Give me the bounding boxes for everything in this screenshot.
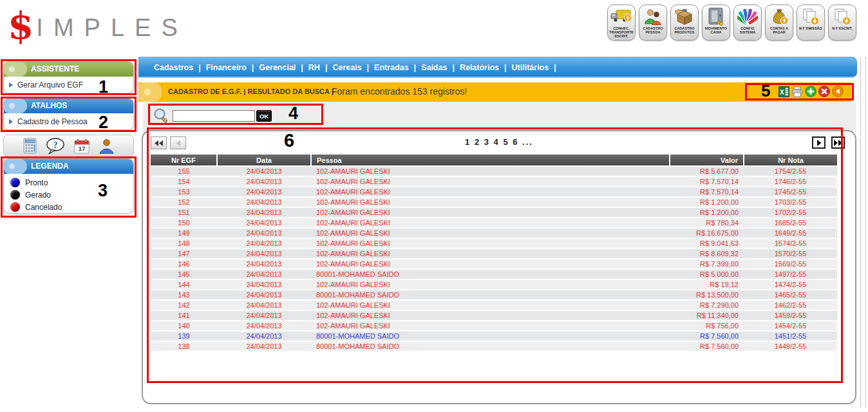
calendar-day-text: 17 (78, 145, 85, 152)
toolbar-button-cadastro-pessoa[interactable]: CADASTRO PESSOA (639, 5, 667, 41)
quick-access-toolbar: CONHEC. TRANSPORTE ESCRIT. CADASTRO PESS… (607, 5, 856, 41)
print-icon[interactable] (791, 86, 803, 97)
table-row[interactable]: 15524/04/2013102-AMAURI GALESKIR$ 5.677,… (151, 166, 837, 176)
nav-item-gerencial[interactable]: Gerencial (259, 63, 296, 72)
app-window: $ IMPLES CONHEC. TRANSPORTE ESCRIT. CADA… (0, 0, 868, 412)
cell-data: 24/04/2013 (217, 197, 311, 207)
cell-data: 24/04/2013 (217, 300, 311, 310)
nav-item-saídas[interactable]: Saídas (421, 63, 447, 72)
pagination-pages[interactable]: 1 2 3 4 5 6 ... (143, 137, 855, 147)
table-row[interactable]: 14924/04/2013102-AMAURI GALESKIR$ 16.675… (151, 228, 837, 238)
cell-nota: 1649/2-55 (744, 228, 837, 238)
cell-nota: 1449/2-55 (744, 341, 837, 351)
nav-item-cereais[interactable]: Cereais (332, 63, 361, 72)
column-header-data[interactable]: Data (217, 154, 311, 166)
search-strip: OK (143, 102, 856, 133)
table-row[interactable]: 14324/04/201380001-MOHAMED SAIDOR$ 13.50… (151, 290, 837, 300)
table-row[interactable]: 14824/04/2013102-AMAURI GALESKIR$ 9.041,… (151, 238, 837, 248)
table-row[interactable]: 15424/04/2013102-AMAURI GALESKIR$ 7.570,… (151, 176, 837, 187)
nav-item-relatórios[interactable]: Relatórios (460, 63, 499, 72)
cell-data: 24/04/2013 (217, 290, 311, 300)
calendar-icon[interactable]: 17 (74, 138, 90, 154)
pagination-last-button[interactable] (831, 136, 845, 149)
toolbar-button-cadastro-produtos[interactable]: CADASTRO PRODUTOS (670, 5, 699, 41)
cell-data: 24/04/2013 (217, 259, 311, 269)
delete-record-icon[interactable] (818, 86, 830, 97)
status-bar-actions: X (778, 86, 844, 97)
pagination-next-button[interactable] (812, 136, 826, 149)
table-row[interactable]: 14224/04/2013102-AMAURI GALESKIR$ 7.290,… (151, 300, 837, 310)
table-row[interactable]: 14724/04/2013102-AMAURI GALESKIR$ 8.609,… (151, 248, 837, 259)
excel-export-icon[interactable]: X (778, 86, 789, 97)
panel-tab (4, 98, 27, 113)
legend-item-cancelado: Cancelado (4, 201, 133, 213)
column-header-pessoa[interactable]: Pessoa (311, 154, 670, 166)
toolbar-button-config-sistema[interactable]: CONFIG SISTEMA (733, 5, 762, 41)
table-row[interactable]: 14624/04/2013102-AMAURI GALESKIR$ 7.399,… (151, 259, 837, 269)
toolbar-button-label: CONTAS A PAGAR (766, 26, 793, 34)
cell-valor: R$ 780,34 (670, 218, 744, 228)
search-ok-button[interactable]: OK (256, 110, 272, 122)
nav-item-rh[interactable]: RH (308, 63, 320, 72)
toolbar-button-nf-emissao[interactable]: N F EMISSÃO (797, 5, 825, 41)
nav-separator: | (452, 63, 455, 72)
column-header-nr-egf[interactable]: Nr EGF (151, 154, 217, 166)
cell-nr: 145 (151, 269, 217, 279)
calculator-icon[interactable] (23, 138, 37, 154)
sidebar-item-gerar-arquivo-egf[interactable]: Gerar Arquivo EGF (4, 77, 133, 93)
nav-item-cadastros[interactable]: Cadastros (154, 63, 193, 72)
help-icon[interactable]: ? (46, 138, 65, 154)
user-icon[interactable] (99, 138, 115, 154)
table-row[interactable]: 14424/04/2013102-AMAURI GALESKIR$ 19,121… (151, 279, 837, 290)
toolbar-button-contas-a-pagar[interactable]: CONTAS A PAGAR (765, 5, 793, 41)
cell-nota: 1459/2-55 (744, 310, 837, 321)
cell-data: 24/04/2013 (217, 207, 311, 218)
sidebar-panel-atalhos: ATALHOS Cadastro de Pessoa (3, 98, 134, 130)
column-header-nr-nota[interactable]: Nr Nota (744, 154, 837, 166)
toolbar-button-label: CONFIG SISTEMA (734, 26, 761, 34)
add-record-icon[interactable] (805, 86, 816, 97)
cell-valor: R$ 19,12 (670, 279, 744, 290)
panel-tab (4, 62, 27, 77)
table-row[interactable]: 15224/04/2013102-AMAURI GALESKIR$ 1.200,… (151, 197, 837, 207)
table-row[interactable]: 15124/04/2013102-AMAURI GALESKIR$ 1.200,… (151, 207, 837, 218)
nav-item-utilitários[interactable]: Utilitários (512, 63, 549, 72)
logo-text: IMPLES (36, 14, 187, 42)
nav-item-financeiro[interactable]: Financeiro (206, 63, 247, 72)
nav-separator: | (325, 63, 328, 72)
cell-nr: 138 (151, 341, 217, 351)
cell-nr: 141 (151, 310, 217, 321)
table-row[interactable]: 14024/04/2013102-AMAURI GALESKIR$ 756,00… (151, 321, 837, 331)
sidebar-item-cadastro-de-pessoa[interactable]: Cadastro de Pessoa (4, 113, 133, 129)
table-row[interactable]: 13924/04/201380001-MOHAMED SAIDOR$ 7.560… (151, 331, 837, 341)
cell-nr: 155 (151, 166, 217, 176)
cell-nota: 1702/2-55 (744, 207, 837, 218)
cell-pessoa: 102-AMAURI GALESKI (311, 279, 670, 290)
vertical-scrollbar[interactable] (860, 57, 866, 407)
table-row[interactable]: 13824/04/201380001-MOHAMED SAIDOR$ 7.560… (151, 341, 837, 351)
cell-valor: R$ 756,00 (670, 321, 744, 331)
toolbar-button-conhec-transporte[interactable]: CONHEC. TRANSPORTE ESCRIT. (607, 5, 636, 41)
cell-data: 24/04/2013 (217, 166, 311, 176)
nav-item-entradas[interactable]: Entradas (374, 63, 409, 72)
results-panel: 1 2 3 4 5 6 ... Nr EGFDataPessoaValorNr … (142, 130, 856, 404)
cell-valor: R$ 7.560,00 (670, 341, 744, 351)
cell-pessoa: 102-AMAURI GALESKI (311, 310, 670, 321)
table-row[interactable]: 15024/04/2013102-AMAURI GALESKIR$ 780,34… (151, 218, 837, 228)
table-row[interactable]: 14524/04/201380001-MOHAMED SAIDOR$ 5.000… (151, 269, 837, 279)
cell-data: 24/04/2013 (217, 238, 311, 248)
main-menu: Cadastros|Financeiro|Gerencial|RH|Cereai… (138, 57, 857, 78)
table-row[interactable]: 14124/04/2013102-AMAURI GALESKIR$ 11.340… (151, 310, 837, 321)
back-icon[interactable] (832, 86, 844, 97)
table-row[interactable]: 15324/04/2013102-AMAURI GALESKIR$ 7.570,… (151, 187, 837, 197)
sidebar-item-label: Cadastro de Pessoa (17, 117, 88, 126)
truck-upload-icon (610, 6, 632, 26)
toolbar-button-movimento-caixa[interactable]: MOVIMENTO CAIXA (702, 5, 730, 41)
panel-tab (4, 159, 27, 174)
search-input[interactable] (173, 110, 255, 122)
column-header-valor[interactable]: Valor (670, 154, 744, 166)
cell-data: 24/04/2013 (217, 279, 311, 290)
toolbar-button-nf-escrit[interactable]: N F ESCRIT. (828, 5, 856, 41)
cell-valor: R$ 8.609,32 (670, 248, 744, 259)
cell-data: 24/04/2013 (217, 310, 311, 321)
